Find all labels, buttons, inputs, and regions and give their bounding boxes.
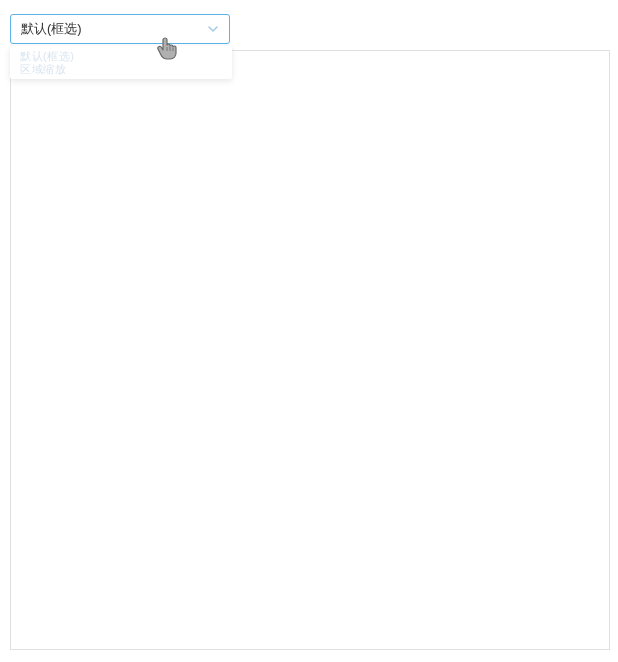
chevron-down-icon (207, 23, 219, 35)
select-wrapper: 默认(框选) (10, 14, 230, 44)
main-content-panel (10, 50, 610, 650)
dropdown-option[interactable]: 区域缩放 (20, 63, 222, 76)
dropdown-panel[interactable]: 默认(框选) 区域缩放 (10, 46, 232, 79)
dropdown-option[interactable]: 默认(框选) (20, 50, 222, 63)
select-current-label: 默认(框选) (21, 20, 82, 38)
mode-select[interactable]: 默认(框选) (10, 14, 230, 44)
